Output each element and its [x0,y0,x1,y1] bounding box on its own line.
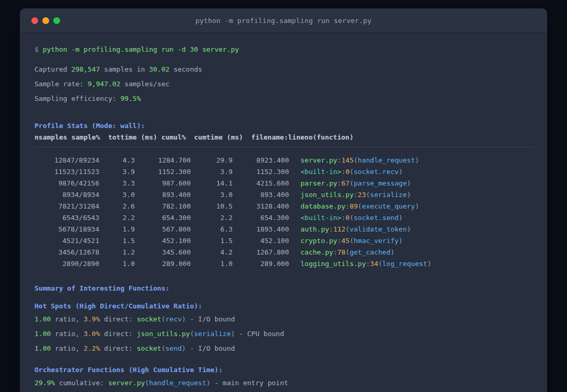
line-number: 78 [337,248,345,256]
table-row: 11523/115233.91152.3003.91152.300<built-… [34,166,533,178]
table-row: 2890/28901.0289.0001.0289.000logging_uti… [34,258,533,270]
row-cumul-pct: 1.5 [191,235,233,247]
row-tottime: 1284.700 [135,155,191,166]
row-cumtime: 289.000 [233,258,289,270]
row-sample-pct: 4.3 [99,155,135,166]
line-number: 67 [341,179,350,187]
row-sample-pct: 3.0 [99,189,135,201]
table-row: 4521/45211.5452.1001.5452.100crypto.py:4… [34,235,533,247]
cumulative-pct: 29.9% [34,379,55,387]
row-nsamples: 5678/18934 [34,224,99,235]
file-name: parser.py [300,179,337,187]
maximize-window-button[interactable] [53,17,60,24]
note: - CPU bound [235,330,284,338]
command-text: python -m profiling.sampling run -d 30 s… [43,45,239,53]
line-number: 0 [345,168,350,176]
table-row: 7821/312842.6782.10010.53128.400database… [34,201,533,212]
hot-spot-item: 1.00 ratio, 3.9% direct: socket(recv) - … [34,312,533,327]
file-name: server.py [300,156,337,164]
ratio-value: 1.00 [34,344,51,352]
row-cumul-pct: 4.2 [191,247,233,258]
row-nsamples: 11523/11523 [34,166,99,178]
row-cumtime: 452.100 [233,235,289,247]
row-cumtime: 3128.400 [233,201,289,212]
stats-table-header: nsamples sample% tottime (ms) cumul% cum… [34,132,533,143]
command-line: $ python -m profiling.sampling run -d 30… [34,44,533,55]
row-cumul-pct: 3.0 [191,189,233,201]
row-sample-pct: 3.9 [99,166,135,178]
duration-seconds: 30.02 [149,65,169,73]
row-cumtime: 1152.300 [233,166,289,178]
file-name: json_utils.py [300,191,354,199]
row-tottime: 1152.300 [135,166,191,178]
row-cumtime: 893.400 [233,189,289,201]
direct-pct: 3.0% [84,330,100,338]
row-tottime: 345.600 [135,247,191,258]
note: - I/O bound [186,315,235,323]
ratio-value: 1.00 [34,315,51,323]
row-location: server.py:145(handle_request) [300,155,419,166]
row-cumtime: 654.300 [233,212,289,224]
hot-spots-heading: Hot Spots (High Direct/Cumulative Ratio)… [34,301,533,312]
summary-heading: Summary of Interesting Functions: [34,283,533,294]
row-tottime: 452.100 [135,235,191,247]
table-row: 6543/65432.2654.3002.2654.300<built-in>:… [34,212,533,224]
window-titlebar: python -m profiling.sampling run server.… [20,8,547,33]
orchestrator-item: 29.9% cumulative: server.py(handle_reque… [34,377,533,389]
function-name: validate_token [350,225,407,233]
row-cumul-pct: 1.0 [191,258,233,270]
function-name: log_request [383,260,427,268]
row-tottime: 654.300 [135,212,191,224]
file-name: logging_utils.py [300,260,366,268]
file-name: cache.py [300,248,333,256]
row-cumul-pct: 2.2 [191,212,233,224]
target-name: server.py [108,379,145,387]
stats-heading: Profile Stats (Mode: wall): [34,121,533,131]
row-location: cache.py:78(get_cached) [300,247,395,258]
row-cumtime: 8923.400 [233,155,289,166]
row-location: logging_utils.py:34(log_request) [300,258,431,270]
row-cumul-pct: 10.5 [191,201,233,212]
orchestrator-item: 14.1% cumulative: parser.py(parse_messag… [34,389,533,392]
row-location: auth.py:112(validate_token) [300,224,411,235]
row-tottime: 893.400 [135,189,191,201]
table-row: 8934/89343.0893.4003.0893.400json_utils.… [34,189,533,201]
row-sample-pct: 1.2 [99,247,135,258]
note: - main entry point [211,379,288,387]
row-cumtime: 1893.400 [233,224,289,235]
line-number: 89 [350,202,358,210]
function-name: socket.recv [354,168,399,176]
row-tottime: 987.600 [135,178,191,189]
file-name: auth.py [300,225,329,233]
row-nsamples: 3456/12678 [34,247,99,258]
row-nsamples: 9876/42156 [34,178,99,189]
target-name: json_utils.py [137,330,190,338]
line-number: 45 [341,237,350,245]
row-cumtime: 4215.600 [233,178,289,189]
hot-spot-item: 1.00 ratio, 2.2% direct: socket(send) - … [34,341,533,356]
function-name: recv [166,315,182,323]
row-location: crypto.py:45(hmac_verify) [300,235,403,247]
file-name: crypto.py [300,237,337,245]
row-nsamples: 7821/31284 [34,201,99,212]
minimize-window-button[interactable] [42,17,49,24]
row-sample-pct: 2.6 [99,201,135,212]
close-window-button[interactable] [31,17,38,24]
hot-spots-list: 1.00 ratio, 3.9% direct: socket(recv) - … [34,312,533,356]
row-tottime: 567.800 [135,224,191,235]
target-name: socket [137,315,161,323]
row-tottime: 289.000 [135,258,191,270]
row-location: <built-in>:0(socket.send) [300,212,403,224]
captured-line: Captured 298,547 samples in 30.02 second… [34,64,533,75]
line-number: 23 [358,191,366,199]
row-location: database.py:89(execute_query) [300,201,419,212]
row-sample-pct: 3.3 [99,178,135,189]
sample-rate-line: Sample rate: 9,947.02 samples/sec [34,79,533,89]
function-name: send [166,344,182,352]
row-sample-pct: 2.2 [99,212,135,224]
orchestrators-list: 29.9% cumulative: server.py(handle_reque… [34,377,533,392]
direct-pct: 3.9% [84,315,100,323]
row-location: parser.py:67(parse_message) [300,178,411,189]
row-cumul-pct: 14.1 [191,178,233,189]
row-tottime: 782.100 [135,201,191,212]
